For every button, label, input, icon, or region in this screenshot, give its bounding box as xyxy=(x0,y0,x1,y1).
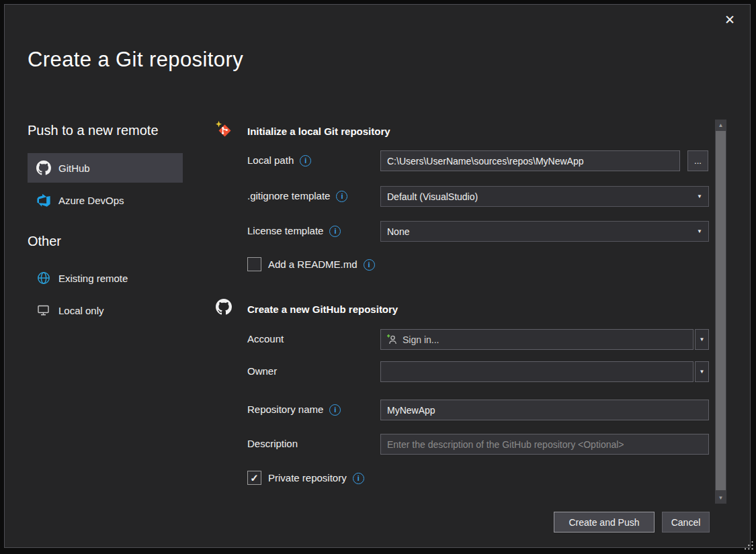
chevron-down-icon: ▼ xyxy=(700,369,705,375)
monitor-icon xyxy=(36,303,51,318)
private-repo-checkbox[interactable]: ✓ xyxy=(247,471,261,485)
sidebar-item-github[interactable]: GitHub xyxy=(28,153,183,183)
init-section-header: Initialize a local Git repository xyxy=(247,124,390,139)
info-icon[interactable]: i xyxy=(329,226,341,237)
create-git-repo-dialog: ✕ Create a Git repository Push to a new … xyxy=(4,4,751,548)
info-icon[interactable]: i xyxy=(300,155,311,167)
scroll-down-icon[interactable]: ▼ xyxy=(715,492,726,504)
description-input[interactable] xyxy=(380,434,709,455)
owner-dropdown-button[interactable]: ▼ xyxy=(695,361,709,382)
cancel-button[interactable]: Cancel xyxy=(662,512,710,533)
new-git-repo-icon xyxy=(214,120,233,138)
local-path-input[interactable] xyxy=(380,150,680,171)
vertical-scrollbar[interactable]: ▲ ▼ xyxy=(715,120,726,504)
sidebar-item-label: GitHub xyxy=(58,163,90,174)
sidebar-item-label: Local only xyxy=(58,305,104,316)
sidebar-item-azure-devops[interactable]: Azure DevOps xyxy=(28,185,183,215)
readme-label: Add a README.md i xyxy=(268,257,375,272)
chevron-down-icon: ▼ xyxy=(697,194,702,199)
sign-in-person-icon xyxy=(386,334,398,345)
info-icon[interactable]: i xyxy=(336,191,347,202)
info-icon[interactable]: i xyxy=(329,404,341,416)
scrollbar-thumb[interactable] xyxy=(716,131,726,490)
scroll-up-icon[interactable]: ▲ xyxy=(715,120,726,131)
owner-combobox[interactable] xyxy=(380,361,694,382)
license-dropdown[interactable]: None ▼ xyxy=(380,221,709,242)
push-remote-heading: Push to a new remote xyxy=(28,123,159,138)
account-placeholder: Sign in... xyxy=(403,334,439,345)
private-repo-label: Private repository i xyxy=(268,471,364,486)
sidebar-item-existing-remote[interactable]: Existing remote xyxy=(28,263,183,293)
license-label: License template i xyxy=(247,224,341,238)
azure-devops-icon xyxy=(36,193,51,207)
github-icon xyxy=(216,299,232,315)
info-icon[interactable]: i xyxy=(353,473,364,484)
github-icon xyxy=(36,160,51,175)
repo-name-input[interactable] xyxy=(380,400,709,420)
repo-name-label: Repository name i xyxy=(247,402,341,417)
sidebar-item-local-only[interactable]: Local only xyxy=(28,295,183,325)
resize-grip[interactable] xyxy=(743,540,754,553)
account-label: Account xyxy=(247,332,284,347)
license-value: None xyxy=(387,226,409,237)
other-heading: Other xyxy=(28,234,61,249)
github-section-header: Create a new GitHub repository xyxy=(247,302,398,317)
local-path-label: Local path i xyxy=(247,153,311,168)
browse-button[interactable]: ... xyxy=(687,150,708,171)
readme-checkbox[interactable]: ✓ xyxy=(247,257,261,271)
gitignore-label: .gitignore template i xyxy=(247,189,347,203)
chevron-down-icon: ▼ xyxy=(697,229,702,234)
info-icon[interactable]: i xyxy=(364,259,375,271)
check-icon: ✓ xyxy=(250,472,259,484)
description-label: Description xyxy=(247,436,298,451)
sidebar-item-label: Azure DevOps xyxy=(58,195,124,206)
owner-label: Owner xyxy=(247,364,277,379)
globe-icon xyxy=(36,271,51,285)
create-and-push-button[interactable]: Create and Push xyxy=(554,512,655,533)
gitignore-dropdown[interactable]: Default (VisualStudio) ▼ xyxy=(380,186,709,207)
chevron-down-icon: ▼ xyxy=(700,337,705,342)
sidebar-item-label: Existing remote xyxy=(58,273,128,284)
account-combobox[interactable]: Sign in... xyxy=(380,329,694,350)
close-icon[interactable]: ✕ xyxy=(724,13,735,28)
gitignore-value: Default (VisualStudio) xyxy=(387,191,478,202)
dialog-title: Create a Git repository xyxy=(28,45,243,75)
account-dropdown-button[interactable]: ▼ xyxy=(695,329,709,350)
